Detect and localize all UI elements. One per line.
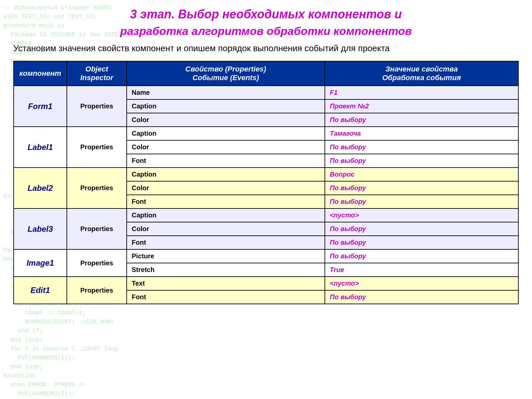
property-value: Проект №2 [325, 99, 518, 113]
component-name: Label3 [14, 208, 67, 249]
component-name: Edit1 [14, 277, 67, 304]
table-row: Label1PropertiesCaptionТамагоча [14, 127, 518, 140]
property-name: Color [127, 113, 325, 127]
property-value: True [325, 263, 518, 277]
property-name: Text [127, 277, 325, 290]
header-inspector: Object Inspector [67, 61, 127, 86]
page-subtitle: Установим значения свойств компонент и о… [13, 42, 519, 54]
page-title-line1: 3 этап. Выбор необходимых компонентов и [13, 7, 519, 22]
inspector-label: Properties [67, 127, 127, 168]
table-row: Label3PropertiesCaption<пусто> [14, 208, 518, 222]
property-name: Picture [127, 249, 325, 263]
table-row: Edit1PropertiesText<пусто> [14, 277, 518, 290]
header-component: компонент [14, 61, 67, 86]
component-name: Label2 [14, 168, 67, 208]
inspector-label: Properties [67, 208, 127, 249]
table-row: Image1PropertiesPictureПо выбору [14, 249, 518, 263]
component-name: Form1 [14, 86, 67, 127]
property-value: <пусто> [325, 208, 518, 222]
property-name: Caption [127, 208, 325, 222]
property-value: По выбору [325, 154, 518, 168]
property-value: По выбору [325, 113, 518, 127]
component-name: Label1 [14, 127, 67, 168]
property-value: По выбору [325, 222, 518, 236]
property-value: <пусто> [325, 277, 518, 290]
property-value: По выбору [325, 195, 518, 208]
table-row: Label2PropertiesCaptionВопрос [14, 168, 518, 181]
property-name: Name [127, 86, 325, 99]
header-property: Свойство (Properties) Событие (Events) [127, 61, 325, 86]
property-value: Тамагоча [325, 127, 518, 140]
inspector-label: Properties [67, 249, 127, 277]
page-title-line2: разработка алгоритмов обработки компонен… [13, 24, 519, 38]
property-name: Font [127, 290, 325, 304]
inspector-label: Properties [67, 277, 127, 304]
property-name: Font [127, 195, 325, 208]
property-name: Color [127, 222, 325, 236]
property-name: Caption [127, 99, 325, 113]
main-table: компонент Object Inspector Свойство (Pro… [13, 61, 519, 304]
property-name: Color [127, 181, 325, 195]
inspector-label: Properties [67, 86, 127, 127]
property-value: Вопрос [325, 168, 518, 181]
property-name: Color [127, 140, 325, 154]
property-name: Font [127, 154, 325, 168]
property-name: Stretch [127, 263, 325, 277]
header-value: Значение свойства Обработка события [325, 61, 518, 86]
property-name: Caption [127, 168, 325, 181]
property-name: Caption [127, 127, 325, 140]
property-value: По выбору [325, 181, 518, 195]
property-value: По выбору [325, 140, 518, 154]
inspector-label: Properties [67, 168, 127, 208]
property-value: По выбору [325, 290, 518, 304]
property-value: По выбору [325, 236, 518, 249]
property-name: Font [127, 236, 325, 249]
property-value: По выбору [325, 249, 518, 263]
component-name: Image1 [14, 249, 67, 277]
table-row: Form1PropertiesNameF1 [14, 86, 518, 99]
property-value: F1 [325, 86, 518, 99]
